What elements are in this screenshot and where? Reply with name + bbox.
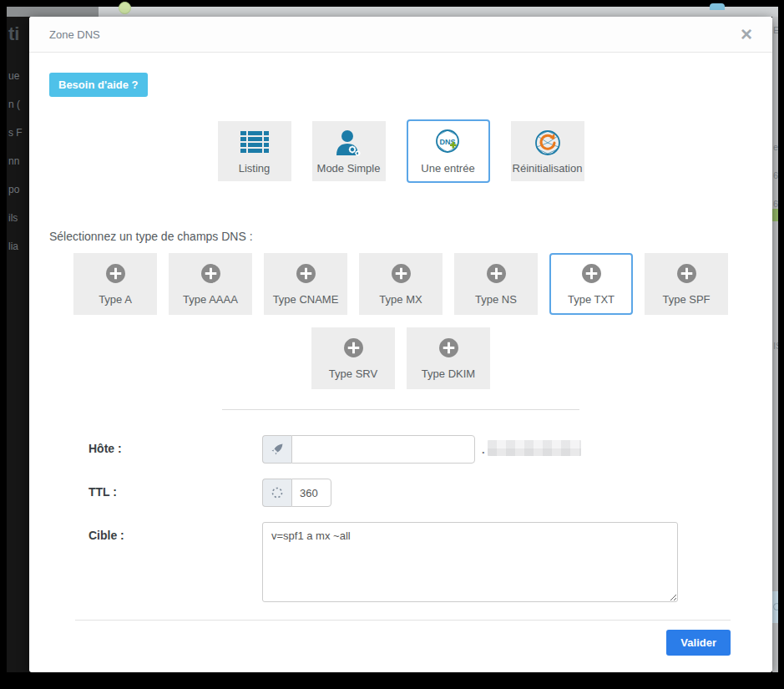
zone-dns-modal: Zone DNS × Besoin d'aide ? Listi [29, 17, 772, 672]
target-textarea[interactable]: v=spf1 a mx ~all [262, 522, 678, 602]
host-row: Hôte : . [89, 435, 752, 464]
tab-listing[interactable]: Listing [218, 121, 291, 181]
right-fragment: 6. [773, 199, 778, 209]
modal-body: Besoin d'aide ? Listing [29, 53, 772, 602]
right-fragment: E [773, 25, 778, 35]
plus-circle-icon [296, 263, 316, 287]
host-label: Hôte : [89, 435, 262, 455]
host-input[interactable] [291, 435, 475, 464]
form-divider [222, 409, 579, 410]
close-icon[interactable]: × [741, 26, 752, 43]
background-right-strip: E e 6. 6. IS [772, 17, 778, 672]
type-label: Type AAAA [183, 293, 238, 306]
menu-fragment: ils [8, 212, 23, 224]
mode-tabs: Listing Mode Simple [49, 119, 752, 183]
listing-icon [240, 129, 270, 157]
type-spf-button[interactable]: Type SPF [645, 253, 728, 315]
type-a-button[interactable]: Type A [73, 253, 157, 315]
plus-circle-icon [438, 337, 459, 362]
modal-header: Zone DNS × [29, 17, 772, 53]
plus-circle-icon [486, 263, 507, 287]
type-label: Type CNAME [273, 293, 339, 306]
type-txt-button[interactable]: Type TXT [549, 253, 633, 315]
ttl-input-group [262, 479, 331, 507]
tab-label: Mode Simple [317, 162, 381, 175]
menu-fragment: n ( [8, 99, 23, 110]
ttl-label: TTL : [89, 479, 262, 499]
censored-domain [488, 440, 581, 456]
globe-refresh-icon [533, 129, 563, 157]
dns-entry-form: Hôte : . TTL : [49, 435, 752, 602]
menu-fragment: s F [8, 127, 23, 139]
dns-type-row-1: Type A Type AAAA Type CNAME Type MX Type… [49, 253, 752, 315]
type-cname-button[interactable]: Type CNAME [264, 253, 347, 315]
background-left-strip: ti ue n ( s F nn po ils lia [7, 17, 29, 672]
help-button[interactable]: Besoin d'aide ? [49, 73, 148, 97]
menu-fragment: lia [8, 241, 23, 252]
ttl-row: TTL : [89, 479, 752, 507]
menu-fragment: ue [8, 70, 23, 82]
menu-fragment: nn [8, 155, 23, 167]
background-menu-fragments: ue n ( s F nn po ils lia [8, 70, 23, 252]
background-green-badge [772, 209, 778, 221]
background-topbar-dark-segment [7, 7, 99, 17]
ttl-input[interactable] [291, 479, 331, 507]
right-fragment: 6. [773, 170, 778, 180]
plus-circle-icon [105, 263, 126, 287]
background-green-dot [119, 2, 131, 14]
type-ns-button[interactable]: Type NS [454, 253, 538, 315]
plus-circle-icon [581, 263, 602, 287]
spinner-clock-icon [262, 479, 291, 507]
background-blue-widget [772, 591, 778, 623]
tab-label: Réinitialisation [513, 162, 583, 175]
type-label: Type SRV [329, 367, 377, 380]
type-aaaa-button[interactable]: Type AAAA [169, 253, 252, 315]
dns-type-section-label: Sélectionnez un type de champs DNS : [49, 230, 752, 243]
host-input-group [262, 435, 475, 464]
type-label: Type SPF [662, 293, 710, 306]
right-fragment: e [773, 142, 778, 152]
modal-footer: Valider [75, 620, 731, 672]
target-row: Cible : v=spf1 a mx ~all [89, 522, 752, 602]
user-gear-icon [335, 129, 363, 157]
tab-mode-simple[interactable]: Mode Simple [312, 121, 386, 181]
type-dkim-button[interactable]: Type DKIM [407, 327, 490, 389]
rocket-icon [262, 435, 291, 464]
plus-circle-icon [676, 263, 697, 287]
tab-reinitialisation[interactable]: Réinitialisation [511, 121, 584, 181]
plus-circle-icon [200, 263, 221, 287]
plus-circle-icon [391, 263, 412, 287]
right-fragment: IS [773, 341, 778, 351]
modal-title: Zone DNS [49, 28, 100, 41]
valider-button[interactable]: Valider [666, 630, 731, 656]
host-domain-separator: . [482, 443, 485, 456]
background-page-title-fragment: ti [8, 23, 19, 45]
dns-globe-add-icon: DNS [433, 129, 463, 157]
dns-type-row-2: Type SRV Type DKIM [49, 327, 752, 389]
type-label: Type MX [379, 293, 422, 306]
background-blue-tab [710, 3, 725, 10]
type-label: Type NS [475, 293, 517, 306]
tab-label: Listing [239, 162, 271, 175]
type-srv-button[interactable]: Type SRV [311, 327, 395, 389]
tab-label: Une entrée [421, 162, 474, 175]
target-label: Cible : [89, 522, 262, 542]
tab-une-entree[interactable]: DNS Une entrée [407, 119, 490, 183]
type-label: Type DKIM [422, 367, 475, 380]
type-label: Type TXT [568, 293, 615, 306]
type-mx-button[interactable]: Type MX [359, 253, 443, 315]
type-label: Type A [99, 293, 132, 306]
plus-circle-icon [343, 337, 364, 362]
menu-fragment: po [8, 184, 23, 195]
